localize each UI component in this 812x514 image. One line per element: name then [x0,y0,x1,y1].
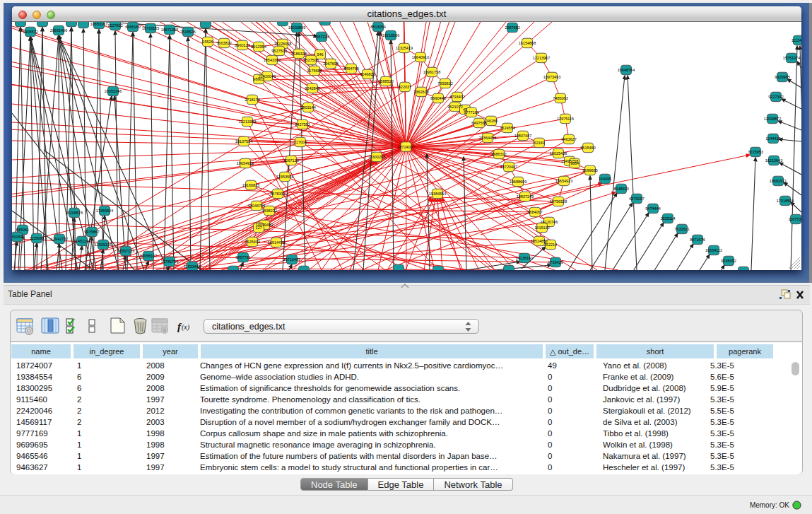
svg-text:1733426: 1733426 [548,260,563,264]
svg-text:2718176: 2718176 [245,98,259,102]
svg-text:9857791: 9857791 [235,255,250,259]
svg-text:62160: 62160 [534,141,544,145]
svg-text:9699695: 9699695 [582,168,597,173]
svg-text:1588520: 1588520 [378,79,393,83]
svg-text:9474444: 9474444 [645,206,660,211]
svg-text:8990448: 8990448 [430,96,445,100]
svg-text:19218506: 19218506 [382,33,399,37]
svg-text:9777169: 9777169 [464,110,478,115]
svg-text:12353594: 12353594 [276,175,293,179]
svg-text:1244415: 1244415 [765,136,780,141]
svg-text:15226058: 15226058 [274,42,291,46]
svg-text:3175685: 3175685 [307,69,322,73]
svg-text:6466160: 6466160 [125,25,140,29]
svg-text:10654112: 10654112 [705,248,722,252]
svg-text:10688609: 10688609 [510,180,526,184]
svg-text:9864: 9864 [570,161,579,165]
svg-text:16154808: 16154808 [519,41,536,45]
svg-text:127: 127 [255,226,261,230]
svg-text:7485063: 7485063 [553,96,567,100]
svg-text:7357224: 7357224 [314,35,329,39]
svg-text:16961758: 16961758 [423,70,440,74]
svg-text:12505135: 12505135 [95,243,112,247]
svg-text:9227342: 9227342 [768,95,783,99]
svg-text:8186328: 8186328 [291,52,306,56]
svg-text:3498222: 3498222 [261,209,276,213]
svg-text:8454749: 8454749 [343,66,358,71]
svg-text:20364456: 20364456 [479,136,496,140]
svg-text:12213383: 12213383 [239,119,256,124]
svg-text:12975115: 12975115 [557,117,574,121]
svg-text:16782759: 16782759 [161,259,178,264]
svg-text:1621072: 1621072 [447,105,462,109]
svg-text:19756928: 19756928 [550,199,567,204]
svg-text:16640910: 16640910 [412,55,429,59]
svg-text:7986322: 7986322 [491,152,506,156]
svg-text:835061: 835061 [16,228,29,232]
svg-text:19166825: 19166825 [242,183,259,187]
svg-text:10653267: 10653267 [90,22,107,26]
svg-text:217004: 217004 [294,140,307,144]
svg-text:12093872: 12093872 [764,117,781,121]
svg-text:1167533: 1167533 [788,217,801,221]
svg-text:9242848: 9242848 [305,86,319,90]
svg-text:19654925: 19654925 [237,161,254,165]
svg-text:18807249: 18807249 [517,194,534,199]
svg-text:8912954: 8912954 [251,45,266,49]
svg-text:7515526: 7515526 [180,30,195,34]
svg-text:17016504: 17016504 [777,199,794,203]
svg-text:18724007: 18724007 [397,145,414,149]
svg-text:20053346: 20053346 [105,89,122,93]
svg-text:9527506: 9527506 [271,49,286,53]
svg-text:3624554: 3624554 [500,126,514,130]
svg-text:10719155: 10719155 [142,26,159,30]
svg-text:12942737: 12942737 [51,237,68,241]
svg-text:9245052: 9245052 [721,259,736,263]
svg-text:8427552: 8427552 [295,122,310,127]
svg-text:1527602: 1527602 [107,23,122,28]
svg-text:9329965: 9329965 [775,75,789,79]
svg-text:7663822: 7663822 [216,41,231,45]
svg-text:1405572: 1405572 [23,30,37,34]
svg-text:10973493: 10973493 [543,75,560,79]
svg-text:6793402: 6793402 [449,95,464,99]
svg-text:20691406: 20691406 [50,28,67,33]
svg-text:1615132: 1615132 [534,226,549,230]
svg-text:19384554: 19384554 [429,192,446,196]
svg-text:15751074: 15751074 [783,56,800,60]
svg-text:19654923: 19654923 [555,179,572,183]
svg-text:15716485: 15716485 [283,257,300,262]
svg-text:11325419: 11325419 [396,46,413,50]
svg-text:16033809: 16033809 [288,25,305,30]
svg-text:2803144: 2803144 [300,105,315,110]
svg-text:7955812: 7955812 [437,81,452,86]
svg-text:546: 546 [317,52,323,57]
svg-text:9463627: 9463627 [561,137,576,141]
svg-text:1115689: 1115689 [30,236,45,240]
svg-text:18300295: 18300295 [368,155,385,159]
svg-text:2087682: 2087682 [505,25,519,30]
svg-text:11451194: 11451194 [73,239,90,243]
svg-text:(x): (x) [182,323,190,332]
svg-text:39159: 39159 [12,235,23,239]
svg-text:17957223: 17957223 [117,249,134,253]
svg-text:9975867: 9975867 [84,230,99,234]
svg-text:10046786: 10046786 [248,204,265,208]
svg-text:15720407: 15720407 [500,165,517,169]
svg-text:7625402: 7625402 [245,240,259,244]
svg-text:3267130: 3267130 [283,158,298,163]
svg-text:8813054: 8813054 [370,25,385,29]
svg-text:8938923: 8938923 [613,187,628,191]
svg-text:9527508: 9527508 [303,58,318,62]
svg-text:17359924: 17359924 [96,209,113,213]
svg-text:18107554: 18107554 [235,139,252,144]
svg-text:164095: 164095 [599,177,611,181]
svg-text:11923468: 11923468 [184,264,201,269]
svg-text:252214: 252214 [544,243,557,247]
svg-text:822037: 822037 [399,85,411,89]
svg-text:16210643: 16210643 [765,158,782,163]
svg-text:16648764: 16648764 [618,68,635,72]
svg-text:6379197: 6379197 [629,197,644,201]
svg-text:10025438: 10025438 [550,151,567,156]
svg-text:2967608: 2967608 [323,62,338,66]
